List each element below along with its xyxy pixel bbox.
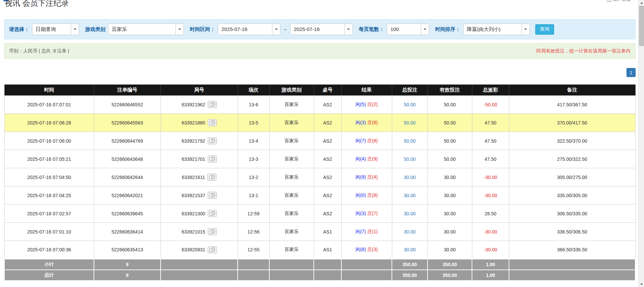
page-1-button[interactable]: 1 <box>626 68 636 77</box>
page-size-select[interactable]: 100 <box>387 24 429 35</box>
chevron-down-icon[interactable] <box>272 24 280 35</box>
cell-round: 633920931 <box>161 241 238 259</box>
cell-time: 2025-07-16 07:06:28 <box>4 114 94 132</box>
cell-table-no: AS1 <box>314 223 341 241</box>
cell-note: 366.50/336.50 <box>509 241 635 259</box>
table-header-row: 时间 注单编号 局号 场次 游戏类别 桌号 结果 总投注 有效投注 总派彩 备注 <box>4 85 635 96</box>
game-type-label: 游戏类别 <box>85 26 105 33</box>
pagination: 1 <box>4 68 636 77</box>
total-bet-link[interactable]: 50.00 <box>392 114 428 132</box>
game-type-select[interactable]: 百家乐 <box>108 24 184 35</box>
scrollbar-thumb[interactable] <box>639 6 644 46</box>
search-button[interactable]: 查询 <box>535 24 554 35</box>
chevron-down-icon[interactable] <box>71 24 79 35</box>
round-result-icon[interactable] <box>208 155 217 163</box>
total-bet-link[interactable]: 30.00 <box>392 168 428 186</box>
total-bet-link[interactable]: 30.00 <box>392 223 428 241</box>
cell-result: 闲(3)庄(8) <box>341 114 392 132</box>
chevron-down-icon[interactable] <box>344 24 352 35</box>
round-result-icon[interactable] <box>208 119 217 126</box>
chevron-down-icon[interactable] <box>521 24 530 35</box>
cell-result: 闲(7)庄(8) <box>341 132 392 150</box>
page-size-value[interactable]: 100 <box>387 24 421 35</box>
total-bet-link[interactable]: 50.00 <box>392 96 428 114</box>
round-id: 633921962 <box>181 102 205 107</box>
result-player: 闲(7) <box>355 138 366 143</box>
cell-round: 633921300 <box>161 205 238 223</box>
total-bet-link[interactable]: 30.00 <box>392 186 428 205</box>
total-bet-link[interactable]: 50.00 <box>392 132 428 150</box>
cell-session: 12-55 <box>238 241 269 259</box>
cell-valid-bet: 50.00 <box>428 132 472 150</box>
result-player: 闲(0) <box>355 192 366 198</box>
total-bet-link[interactable]: 50.00 <box>392 150 428 168</box>
cell-note: 322.50/370.00 <box>509 132 635 150</box>
result-banker: 庄(4) <box>367 174 378 180</box>
cell-time: 2025-07-16 07:01:10 <box>4 223 94 241</box>
cell-time: 2025-07-16 07:05:21 <box>4 150 94 168</box>
round-id: 633921880 <box>181 120 205 125</box>
result-banker: 庄(7) <box>367 211 378 216</box>
table-row: 2025-07-16 07:01:10 522660636414 6339210… <box>4 223 635 241</box>
result-banker: 庄(8) <box>367 138 378 143</box>
cell-result: 闲(4)庄(9) <box>341 150 392 168</box>
select-label: 请选择： <box>9 26 29 33</box>
valid-bet-note: 同局有效投注，统一计算在该局第一张注单内 <box>536 48 631 54</box>
time-sort-select[interactable]: 降冪(由大到小) <box>463 24 530 35</box>
round-result-icon[interactable] <box>208 192 217 199</box>
round-result-icon[interactable] <box>208 101 217 108</box>
cell-result: 闲(8)庄(3) <box>341 241 392 259</box>
result-banker: 庄(8) <box>367 192 378 198</box>
query-type-value[interactable]: 日期查询 <box>32 24 71 35</box>
date-from-select[interactable]: 2025-07-16 <box>218 24 280 35</box>
header-result: 结果 <box>341 85 392 96</box>
scroll-down-icon[interactable] <box>639 281 644 287</box>
cell-session: 13-5 <box>238 114 269 132</box>
cell-note: 305.00/275.00 <box>509 168 635 186</box>
chevron-down-icon[interactable] <box>175 24 183 35</box>
cell-time: 2025-07-16 07:06:00 <box>4 132 94 150</box>
account-balance-link[interactable]: 帐户余额 <box>607 0 631 2</box>
cell-table-no: AS2 <box>314 168 341 186</box>
currency-summary: 币别：人民币 | 总共 :9 注单 | <box>9 48 69 54</box>
cell-valid-bet: 30.00 <box>428 186 472 205</box>
chevron-down-icon[interactable] <box>421 24 429 35</box>
total-bet-link[interactable]: 30.00 <box>392 241 428 259</box>
result-player: 闲(5) <box>355 102 366 107</box>
total-bet-link[interactable]: 30.00 <box>392 205 428 223</box>
round-id: 633920931 <box>181 247 205 252</box>
table-row: 2025-07-16 07:07:01 522660646552 6339219… <box>4 96 635 114</box>
header-session: 场次 <box>238 85 269 96</box>
cell-payout: 47.50 <box>472 150 509 168</box>
date-to-select[interactable]: 2025-07-16 <box>290 24 353 35</box>
page-size-label: 每页笔数： <box>359 26 384 33</box>
round-result-icon[interactable] <box>208 228 217 235</box>
round-result-icon[interactable] <box>208 137 217 144</box>
cell-note: 275.00/322.50 <box>509 150 635 168</box>
cell-game-type: 百家乐 <box>269 114 314 132</box>
scroll-up-icon[interactable] <box>639 0 644 6</box>
cell-game-type: 百家乐 <box>269 241 314 259</box>
total-count: 9 <box>94 270 161 281</box>
cell-table-no: AS2 <box>314 186 341 205</box>
cell-bet-id: 522660642644 <box>94 168 161 186</box>
cell-payout: -30.00 <box>472 241 509 259</box>
cell-game-type: 百家乐 <box>269 186 314 205</box>
date-to-value[interactable]: 2025-07-16 <box>291 24 344 35</box>
time-sort-value[interactable]: 降冪(由大到小) <box>464 24 521 35</box>
vertical-scrollbar[interactable] <box>638 0 644 287</box>
round-result-icon[interactable] <box>208 246 217 253</box>
cell-result: 闲(7)庄(1) <box>341 223 392 241</box>
table-row: 2025-07-16 07:05:21 522660643648 6339217… <box>4 150 635 168</box>
cell-time: 2025-07-16 07:04:25 <box>4 186 94 205</box>
cell-note: 417.50/367.50 <box>509 96 635 114</box>
cell-bet-id: 522660644769 <box>94 132 161 150</box>
subtotal-count: 9 <box>94 259 161 270</box>
query-type-select[interactable]: 日期查询 <box>32 24 79 35</box>
round-result-icon[interactable] <box>207 174 216 181</box>
date-from-value[interactable]: 2025-07-16 <box>218 24 272 35</box>
table-row: 2025-07-16 07:00:36 522660635413 6339209… <box>4 241 635 259</box>
cell-game-type: 百家乐 <box>269 96 314 114</box>
round-result-icon[interactable] <box>208 210 217 217</box>
game-type-value[interactable]: 百家乐 <box>108 24 175 35</box>
